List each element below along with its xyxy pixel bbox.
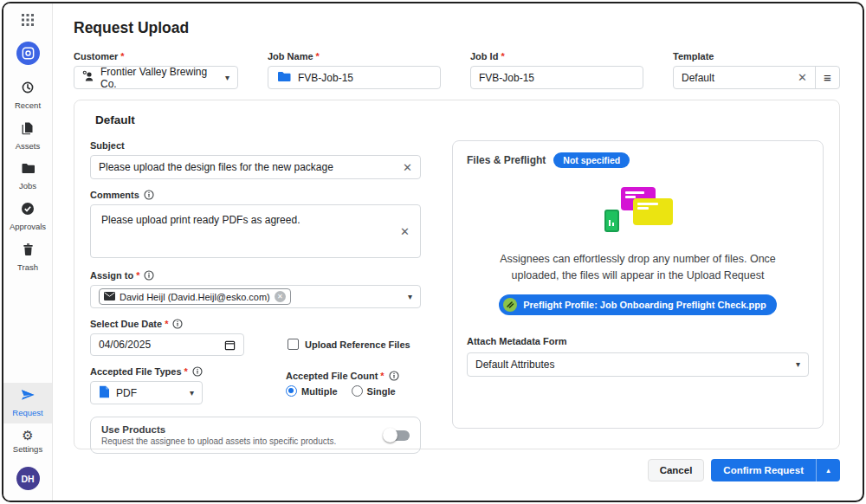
due-date-label: Select Due Date* bbox=[90, 319, 244, 329]
check-circle-icon bbox=[21, 202, 35, 219]
file-icon bbox=[99, 385, 110, 401]
required-mark: * bbox=[165, 319, 168, 329]
job-id-field-group: Job Id* FVB-Job-15 bbox=[470, 51, 643, 89]
use-products-toggle[interactable] bbox=[384, 430, 410, 441]
job-name-input[interactable]: FVB-Job-15 bbox=[268, 66, 441, 89]
form-left-column: Subject Please upload the design files f… bbox=[90, 140, 421, 454]
job-name-label: Job Name* bbox=[268, 51, 441, 61]
upload-illustration bbox=[597, 187, 680, 237]
sidebar-item-label: Assets bbox=[16, 141, 41, 151]
file-count-options: Multiple Single bbox=[286, 385, 399, 397]
file-types-dropdown[interactable]: PDF ▾ bbox=[90, 381, 203, 404]
trash-icon bbox=[22, 242, 35, 260]
clear-icon[interactable]: ✕ bbox=[400, 226, 410, 237]
radio-multiple[interactable]: Multiple bbox=[286, 385, 338, 397]
radio-selected-icon bbox=[286, 385, 297, 397]
checkbox-icon[interactable] bbox=[288, 339, 299, 350]
assign-to-select[interactable]: David Heijl (David.Heijl@esko.com) ✕ ▾ bbox=[90, 285, 421, 308]
upload-description: Assignees can effortlessly drop any numb… bbox=[481, 251, 795, 284]
subject-value: Please upload the design files for the n… bbox=[99, 161, 333, 173]
clear-icon[interactable]: ✕ bbox=[798, 72, 807, 83]
calendar-icon[interactable] bbox=[224, 339, 236, 351]
preflight-profile-pill[interactable]: Preflight Profile: Job Onboarding Prefli… bbox=[499, 294, 777, 315]
sidebar-item-label: Recent bbox=[15, 100, 41, 110]
blue-folder-icon bbox=[276, 70, 292, 86]
template-value: Default bbox=[682, 72, 714, 84]
job-id-input[interactable]: FVB-Job-15 bbox=[470, 66, 643, 89]
file-types-group: Accepted File Types* bbox=[90, 366, 203, 404]
job-name-field-group: Job Name* FVB-Job-15 bbox=[268, 51, 441, 89]
preflight-icon bbox=[503, 298, 517, 312]
folder-icon bbox=[21, 162, 36, 178]
sidebar-item-label: Jobs bbox=[19, 181, 36, 191]
remove-assignee-icon[interactable]: ✕ bbox=[275, 291, 286, 302]
clock-icon bbox=[21, 81, 35, 98]
assign-to-label: Assign to* bbox=[90, 270, 421, 281]
comments-textarea[interactable]: Please upload print ready PDFs as agreed… bbox=[90, 204, 421, 258]
cancel-button[interactable]: Cancel bbox=[648, 459, 705, 481]
due-date-input[interactable]: 04/06/2025 bbox=[90, 333, 244, 356]
file-count-group: Accepted File Count* Mu bbox=[286, 366, 399, 397]
use-products-description: Request the assignee to upload assets in… bbox=[101, 436, 336, 446]
footer-actions: Cancel Confirm Request ▴ bbox=[74, 459, 840, 481]
template-control: Default ✕ ≡ bbox=[673, 66, 840, 89]
upload-reference-checkbox-row[interactable]: Upload Reference Files bbox=[288, 339, 410, 350]
customer-label: Customer* bbox=[74, 51, 238, 61]
sidebar-item-approvals[interactable]: Approvals bbox=[3, 197, 52, 237]
assignee-chip[interactable]: David Heijl (David.Heijl@esko.com) ✕ bbox=[99, 288, 291, 305]
assignee-chip-label: David Heijl (David.Heijl@esko.com) bbox=[120, 292, 270, 302]
sidebar-item-recent[interactable]: Recent bbox=[3, 75, 52, 116]
user-avatar[interactable]: DH bbox=[16, 467, 40, 490]
files-preflight-header: Files & Preflight Not specified bbox=[467, 152, 809, 168]
subject-input[interactable]: Please upload the design files for the n… bbox=[90, 155, 421, 179]
send-icon bbox=[20, 388, 36, 405]
job-id-label: Job Id* bbox=[470, 51, 643, 61]
chevron-down-icon: ▾ bbox=[190, 388, 194, 397]
due-date-group: Select Due Date* 04/06/2025 bbox=[90, 319, 244, 356]
radio-single[interactable]: Single bbox=[352, 385, 396, 397]
template-menu-button[interactable]: ≡ bbox=[815, 67, 839, 88]
clear-icon[interactable]: ✕ bbox=[403, 162, 412, 173]
due-date-row: Select Due Date* 04/06/2025 bbox=[90, 319, 421, 356]
file-types-label: Accepted File Types* bbox=[90, 366, 203, 377]
info-icon bbox=[144, 190, 154, 200]
app-logo-icon[interactable] bbox=[16, 42, 40, 65]
required-mark: * bbox=[380, 371, 384, 381]
subject-group: Subject Please upload the design files f… bbox=[90, 140, 421, 179]
customer-value: Frontier Valley Brewing Co. bbox=[100, 66, 219, 90]
section-title: Default bbox=[95, 113, 824, 126]
upload-reference-label: Upload Reference Files bbox=[305, 339, 410, 350]
use-products-card: Use Products Request the assignee to upl… bbox=[90, 417, 421, 454]
metadata-form-dropdown[interactable]: Default Attributes ▾ bbox=[467, 352, 809, 377]
sidebar-item-trash[interactable]: Trash bbox=[3, 237, 52, 278]
preflight-profile-label: Preflight Profile: Job Onboarding Prefli… bbox=[523, 300, 766, 310]
template-input[interactable]: Default ✕ bbox=[674, 67, 815, 88]
customer-dropdown[interactable]: Frontier Valley Brewing Co. ▾ bbox=[74, 66, 238, 89]
confirm-options-button[interactable]: ▴ bbox=[817, 459, 840, 481]
yellow-card-icon bbox=[633, 198, 673, 225]
due-date-value: 04/06/2025 bbox=[99, 339, 151, 351]
comments-value: Please upload print ready PDFs as agreed… bbox=[101, 214, 300, 257]
confirm-request-button[interactable]: Confirm Request bbox=[711, 459, 817, 481]
sidebar-item-jobs[interactable]: Jobs bbox=[3, 157, 52, 197]
page-title: Request Upload bbox=[74, 19, 840, 37]
sidebar-item-label: Trash bbox=[17, 262, 38, 272]
required-mark: * bbox=[316, 51, 320, 61]
template-label: Template bbox=[673, 51, 840, 61]
metadata-form-value: Default Attributes bbox=[475, 359, 554, 371]
info-icon bbox=[192, 366, 203, 377]
sidebar-item-assets[interactable]: Assets bbox=[3, 116, 52, 157]
radio-unselected-icon bbox=[352, 385, 363, 397]
hamburger-icon: ≡ bbox=[824, 70, 831, 85]
required-mark: * bbox=[136, 270, 139, 281]
envelope-icon bbox=[104, 292, 115, 302]
green-file-icon bbox=[604, 210, 619, 232]
sidebar-item-request[interactable]: Request bbox=[3, 383, 52, 423]
sidebar-item-settings[interactable]: ⚙ Settings bbox=[3, 423, 52, 460]
apps-grid-icon[interactable] bbox=[22, 14, 34, 29]
comments-label: Comments bbox=[90, 190, 421, 200]
request-form-card: Default Subject Please upload the design… bbox=[74, 100, 840, 449]
file-types-row: Accepted File Types* bbox=[90, 366, 421, 404]
sidebar-item-label: Settings bbox=[13, 444, 42, 454]
metadata-form-label: Attach Metadata Form bbox=[467, 336, 809, 346]
